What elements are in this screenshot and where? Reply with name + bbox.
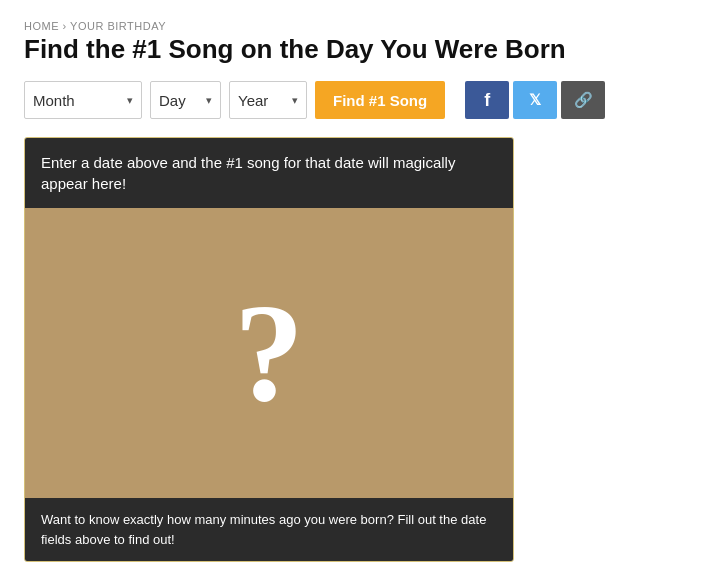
card-header: Enter a date above and the #1 song for t… — [25, 138, 513, 208]
day-select[interactable]: Day for(let i=1;i<=31;i++) document.writ… — [159, 92, 204, 109]
day-dropdown-wrapper[interactable]: Day for(let i=1;i<=31;i++) document.writ… — [150, 81, 221, 119]
controls-row: Month JanuaryFebruaryMarch AprilMayJune … — [24, 81, 704, 119]
month-select[interactable]: Month JanuaryFebruaryMarch AprilMayJune … — [33, 92, 125, 109]
facebook-icon: f — [484, 90, 490, 111]
twitter-share-button[interactable]: 𝕏 — [513, 81, 557, 119]
month-dropdown-wrapper[interactable]: Month JanuaryFebruaryMarch AprilMayJune … — [24, 81, 142, 119]
year-select[interactable]: Year 20262025202420232022202120202019201… — [238, 92, 290, 109]
social-buttons: f 𝕏 🔗 — [465, 81, 605, 119]
year-dropdown-wrapper[interactable]: Year 20262025202420232022202120202019201… — [229, 81, 307, 119]
card-footer: Want to know exactly how many minutes ag… — [25, 498, 513, 561]
link-icon: 🔗 — [574, 91, 593, 109]
breadcrumb: HOME › YOUR BIRTHDAY — [24, 16, 704, 34]
breadcrumb-section: YOUR BIRTHDAY — [70, 20, 166, 32]
page-title: Find the #1 Song on the Day You Were Bor… — [24, 34, 704, 65]
find-song-button[interactable]: Find #1 Song — [315, 81, 445, 119]
breadcrumb-home[interactable]: HOME — [24, 20, 59, 32]
facebook-share-button[interactable]: f — [465, 81, 509, 119]
twitter-icon: 𝕏 — [529, 91, 541, 109]
card-header-text: Enter a date above and the #1 song for t… — [41, 154, 455, 192]
card-footer-text: Want to know exactly how many minutes ag… — [41, 512, 486, 547]
breadcrumb-separator: › — [63, 20, 67, 32]
song-card: Enter a date above and the #1 song for t… — [24, 137, 514, 562]
link-share-button[interactable]: 🔗 — [561, 81, 605, 119]
year-chevron-icon: ▾ — [292, 94, 298, 107]
month-chevron-icon: ▾ — [127, 94, 133, 107]
day-chevron-icon: ▾ — [206, 94, 212, 107]
placeholder-question-mark: ? — [234, 283, 304, 423]
card-image-area: ? — [25, 208, 513, 498]
